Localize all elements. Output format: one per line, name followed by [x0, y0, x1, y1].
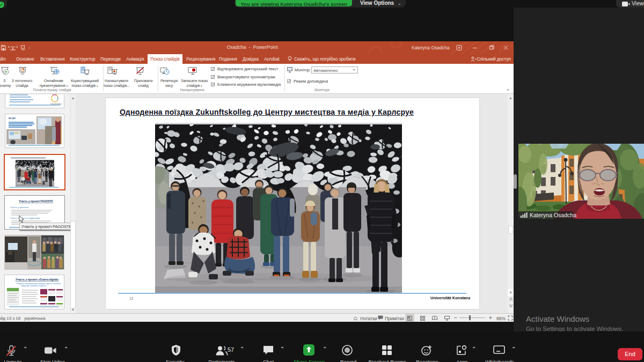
svg-text:Kateryna Osadcha: Kateryna Osadcha [530, 212, 576, 218]
svg-text:вступ: вступ [9, 117, 16, 120]
svg-text:Участь у проекті PAGOSTE: Участь у проекті PAGOSTE [19, 200, 53, 203]
svg-text:Участь у проекті «Освіта digit: Участь у проекті «Освіта digital» [16, 278, 59, 281]
svg-text:Участь у роботі зі студентами: Участь у роботі зі студентами [10, 217, 40, 219]
svg-text:порад для навчальної роботи: порад для навчальної роботи [21, 285, 46, 287]
svg-text:Участь у тренінгах: Участь у тренінгах [10, 206, 28, 209]
